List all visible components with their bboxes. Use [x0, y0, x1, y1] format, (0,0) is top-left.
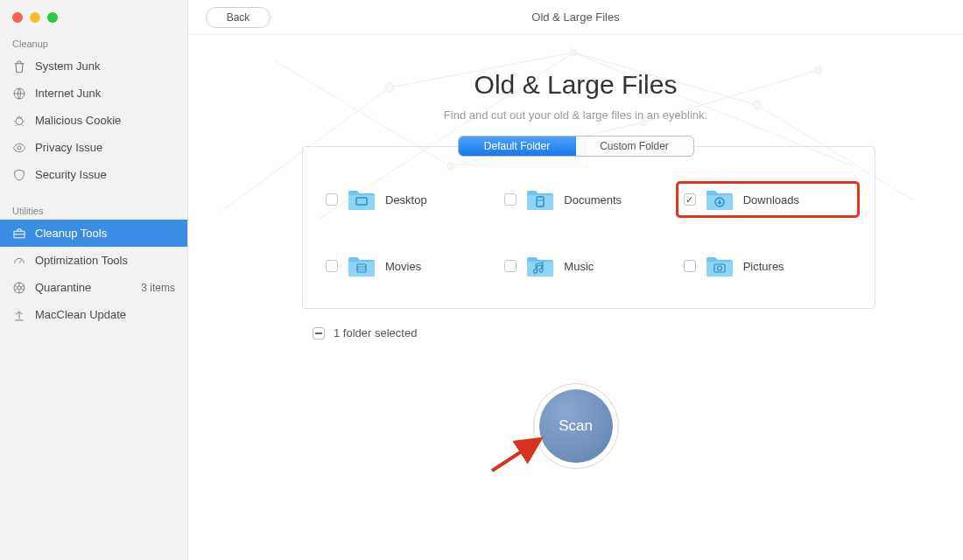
svg-point-5 [18, 286, 21, 290]
scan-area: Scan [188, 383, 963, 469]
scan-button[interactable]: Scan [539, 389, 613, 463]
bug-icon [12, 114, 26, 128]
topbar: Back Old & Large Files [188, 0, 963, 35]
folder-cell-downloads: Downloads [678, 184, 857, 215]
sidebar-label: Cleanup Tools [35, 227, 107, 240]
sidebar-item-security-issue[interactable]: Security Issue [0, 161, 187, 188]
folder-checkbox-downloads[interactable] [684, 193, 696, 206]
folder-label: Documents [564, 193, 622, 206]
selection-master-checkbox[interactable] [313, 327, 325, 340]
scan-button-ring: Scan [533, 383, 619, 469]
topbar-title: Old & Large Files [531, 10, 619, 24]
hero: Old & Large Files Find and cut out your … [188, 35, 963, 136]
trash-icon [12, 60, 26, 74]
sidebar-item-system-junk[interactable]: System Junk [0, 52, 187, 80]
tab-label: Default Folder [484, 140, 550, 152]
selection-summary-row: 1 folder selected [313, 326, 963, 340]
folder-icon [525, 254, 555, 278]
sidebar-label: Security Issue [35, 168, 107, 181]
scan-button-label: Scan [559, 417, 593, 435]
sidebar-item-internet-junk[interactable]: Internet Junk [0, 80, 187, 107]
svg-point-2 [18, 146, 21, 150]
folder-cell-pictures: Pictures [678, 250, 857, 282]
gauge-icon [12, 254, 26, 268]
folder-checkbox-movies[interactable] [326, 260, 338, 272]
sidebar-label: Optimization Tools [35, 254, 128, 267]
folder-checkbox-pictures[interactable] [684, 260, 696, 272]
sidebar: Cleanup System Junk Internet Junk Malici… [0, 0, 188, 560]
folder-cell-desktop: Desktop [320, 184, 499, 215]
back-button-label: Back [227, 11, 250, 24]
selection-summary-text: 1 folder selected [334, 326, 417, 340]
tab-label: Custom Folder [600, 140, 669, 152]
folder-label: Movies [385, 260, 421, 273]
window-controls [0, 0, 187, 33]
sidebar-section-cleanup-label: Cleanup [0, 33, 187, 52]
folder-cell-movies: Movies [320, 250, 499, 282]
folder-checkbox-music[interactable] [504, 260, 517, 272]
back-button[interactable]: Back [206, 7, 271, 28]
sidebar-section-utilities-label: Utilities [0, 200, 187, 220]
folder-cell-documents: Documents [499, 184, 678, 215]
folder-icon [705, 254, 735, 278]
folder-checkbox-documents[interactable] [504, 193, 517, 206]
folder-icon [705, 187, 735, 212]
tab-default-folder[interactable]: Default Folder [459, 136, 576, 156]
svg-point-7 [570, 49, 577, 56]
folder-label: Music [564, 260, 594, 273]
eye-icon [12, 141, 26, 155]
folder-icon [347, 187, 376, 212]
hero-title: Old & Large Files [206, 70, 945, 100]
tab-custom-folder[interactable]: Custom Folder [576, 136, 693, 156]
toolbox-icon [12, 227, 26, 241]
svg-point-1 [16, 117, 23, 124]
close-window-button[interactable] [12, 12, 23, 23]
fullscreen-window-button[interactable] [47, 12, 58, 23]
sidebar-label: Quarantine [35, 281, 91, 294]
main-area: Back Old & Large Files Old & Large Files… [188, 0, 963, 560]
globe-icon [12, 87, 26, 101]
sidebar-label: MacClean Update [35, 308, 126, 321]
folder-label: Downloads [743, 193, 799, 206]
folder-cell-music: Music [499, 250, 678, 282]
sidebar-label: System Junk [35, 60, 100, 73]
shield-icon [12, 168, 26, 182]
sidebar-badge: 3 items [141, 282, 175, 294]
upload-icon [12, 308, 26, 322]
app-window: Cleanup System Junk Internet Junk Malici… [0, 0, 963, 560]
sidebar-label: Privacy Issue [35, 141, 102, 154]
sidebar-item-update[interactable]: MacClean Update [0, 301, 187, 328]
folder-label: Desktop [385, 193, 427, 206]
sidebar-item-privacy-issue[interactable]: Privacy Issue [0, 134, 187, 161]
folder-icon [525, 187, 555, 212]
sidebar-label: Internet Junk [35, 87, 101, 100]
folder-label: Pictures [743, 260, 784, 273]
sidebar-label: Malicious Cookie [35, 114, 121, 127]
sidebar-item-cleanup-tools[interactable]: Cleanup Tools [0, 220, 187, 247]
folder-tabs: Default Folder Custom Folder [458, 136, 694, 157]
sidebar-item-malicious-cookie[interactable]: Malicious Cookie [0, 107, 187, 134]
folder-checkbox-desktop[interactable] [326, 193, 338, 206]
sidebar-item-quarantine[interactable]: Quarantine 3 items [0, 274, 187, 301]
folder-icon [347, 254, 376, 278]
folder-panel: DesktopDocumentsDownloadsMoviesMusicPict… [302, 146, 875, 309]
minimize-window-button[interactable] [30, 12, 40, 23]
quarantine-icon [12, 281, 26, 295]
hero-subtitle: Find and cut out your old & large files … [206, 108, 945, 122]
sidebar-item-optimization-tools[interactable]: Optimization Tools [0, 247, 187, 274]
